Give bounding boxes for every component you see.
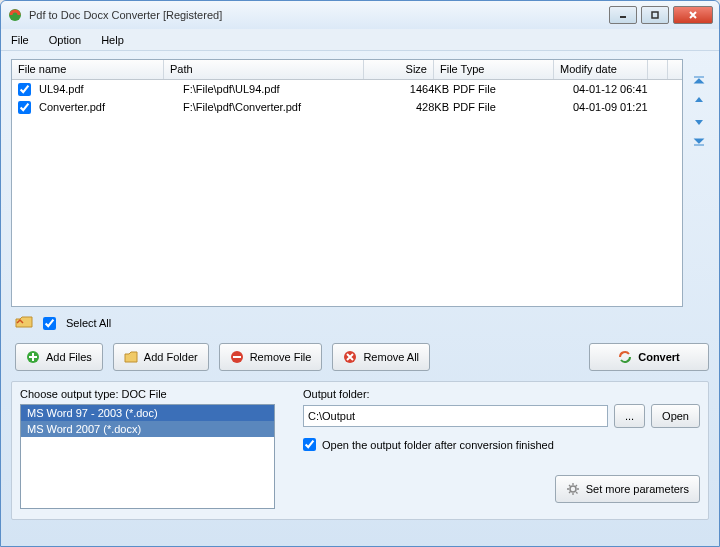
maximize-button[interactable] bbox=[641, 6, 669, 24]
column-headers: File name Path Size File Type Modify dat… bbox=[12, 60, 682, 80]
remove-all-button[interactable]: Remove All bbox=[332, 343, 430, 371]
add-folder-button[interactable]: Add Folder bbox=[113, 343, 209, 371]
select-all-row: Select All bbox=[11, 313, 709, 333]
set-more-params-button[interactable]: Set more parameters bbox=[555, 475, 700, 503]
open-after-checkbox[interactable] bbox=[303, 438, 316, 451]
remove-all-icon bbox=[343, 350, 357, 364]
cell-path: F:\File\pdf\Converter.pdf bbox=[181, 101, 381, 113]
more-params-row: Set more parameters bbox=[303, 475, 700, 503]
cell-filename: UL94.pdf bbox=[37, 83, 181, 95]
remove-all-label: Remove All bbox=[363, 351, 419, 363]
move-bottom-button[interactable] bbox=[691, 133, 707, 149]
row-checkbox[interactable] bbox=[18, 101, 31, 114]
reorder-controls bbox=[689, 59, 709, 307]
open-after-row: Open the output folder after conversion … bbox=[303, 438, 700, 451]
output-folder-section: Output folder: ... Open Open the output … bbox=[303, 388, 700, 509]
convert-button[interactable]: Convert bbox=[589, 343, 709, 371]
move-up-button[interactable] bbox=[691, 93, 707, 109]
header-path[interactable]: Path bbox=[164, 60, 364, 79]
output-type-list[interactable]: MS Word 97 - 2003 (*.doc) MS Word 2007 (… bbox=[20, 404, 275, 509]
header-modify[interactable]: Modify date bbox=[554, 60, 648, 79]
add-files-label: Add Files bbox=[46, 351, 92, 363]
main-window: Pdf to Doc Docx Converter [Registered] F… bbox=[0, 0, 720, 547]
cell-size: 428KB bbox=[381, 101, 451, 113]
svg-rect-2 bbox=[652, 12, 658, 18]
menu-help[interactable]: Help bbox=[101, 34, 124, 46]
folder-icon bbox=[124, 350, 138, 364]
close-button[interactable] bbox=[673, 6, 713, 24]
header-size[interactable]: Size bbox=[364, 60, 434, 79]
cell-filename: Converter.pdf bbox=[37, 101, 181, 113]
list-area: File name Path Size File Type Modify dat… bbox=[11, 59, 709, 307]
output-folder-row: ... Open bbox=[303, 404, 700, 428]
remove-file-label: Remove File bbox=[250, 351, 312, 363]
select-all-label: Select All bbox=[66, 317, 111, 329]
cell-filetype: PDF File bbox=[451, 101, 571, 113]
output-panel: Choose output type: DOC File MS Word 97 … bbox=[11, 381, 709, 520]
app-icon bbox=[7, 7, 23, 23]
output-folder-input[interactable] bbox=[303, 405, 608, 427]
output-type-option[interactable]: MS Word 2007 (*.docx) bbox=[21, 421, 274, 437]
add-files-button[interactable]: Add Files bbox=[15, 343, 103, 371]
menu-option[interactable]: Option bbox=[49, 34, 81, 46]
file-list: File name Path Size File Type Modify dat… bbox=[11, 59, 683, 307]
open-after-label: Open the output folder after conversion … bbox=[322, 439, 554, 451]
menubar: File Option Help bbox=[1, 29, 719, 51]
move-down-button[interactable] bbox=[691, 113, 707, 129]
titlebar: Pdf to Doc Docx Converter [Registered] bbox=[1, 1, 719, 29]
output-type-option[interactable]: MS Word 97 - 2003 (*.doc) bbox=[21, 405, 274, 421]
menu-file[interactable]: File bbox=[11, 34, 29, 46]
output-folder-label: Output folder: bbox=[303, 388, 700, 400]
cell-date: 04-01-09 01:21 bbox=[571, 101, 665, 113]
header-filename[interactable]: File name bbox=[12, 60, 164, 79]
cell-filetype: PDF File bbox=[451, 83, 571, 95]
open-button[interactable]: Open bbox=[651, 404, 700, 428]
plus-icon bbox=[26, 350, 40, 364]
svg-point-6 bbox=[570, 486, 576, 492]
header-filetype[interactable]: File Type bbox=[434, 60, 554, 79]
up-folder-icon[interactable] bbox=[15, 315, 33, 331]
convert-icon bbox=[618, 350, 632, 364]
minus-icon bbox=[230, 350, 244, 364]
set-more-params-label: Set more parameters bbox=[586, 483, 689, 495]
table-row[interactable]: Converter.pdfF:\File\pdf\Converter.pdf42… bbox=[12, 98, 682, 116]
row-checkbox[interactable] bbox=[18, 83, 31, 96]
table-row[interactable]: UL94.pdfF:\File\pdf\UL94.pdf1464KBPDF Fi… bbox=[12, 80, 682, 98]
gear-icon bbox=[566, 482, 580, 496]
minimize-button[interactable] bbox=[609, 6, 637, 24]
select-all-checkbox[interactable] bbox=[43, 317, 56, 330]
convert-label: Convert bbox=[638, 351, 680, 363]
cell-path: F:\File\pdf\UL94.pdf bbox=[181, 83, 381, 95]
toolbar: Add Files Add Folder Remove File Remove … bbox=[11, 339, 709, 375]
content-area: File name Path Size File Type Modify dat… bbox=[1, 51, 719, 546]
window-controls bbox=[609, 6, 713, 24]
cell-date: 04-01-12 06:41 bbox=[571, 83, 665, 95]
move-top-button[interactable] bbox=[691, 73, 707, 89]
header-empty bbox=[648, 60, 668, 79]
browse-button[interactable]: ... bbox=[614, 404, 645, 428]
remove-file-button[interactable]: Remove File bbox=[219, 343, 323, 371]
output-type-section: Choose output type: DOC File MS Word 97 … bbox=[20, 388, 275, 509]
output-type-label: Choose output type: DOC File bbox=[20, 388, 275, 400]
add-folder-label: Add Folder bbox=[144, 351, 198, 363]
cell-size: 1464KB bbox=[381, 83, 451, 95]
window-title: Pdf to Doc Docx Converter [Registered] bbox=[29, 9, 609, 21]
